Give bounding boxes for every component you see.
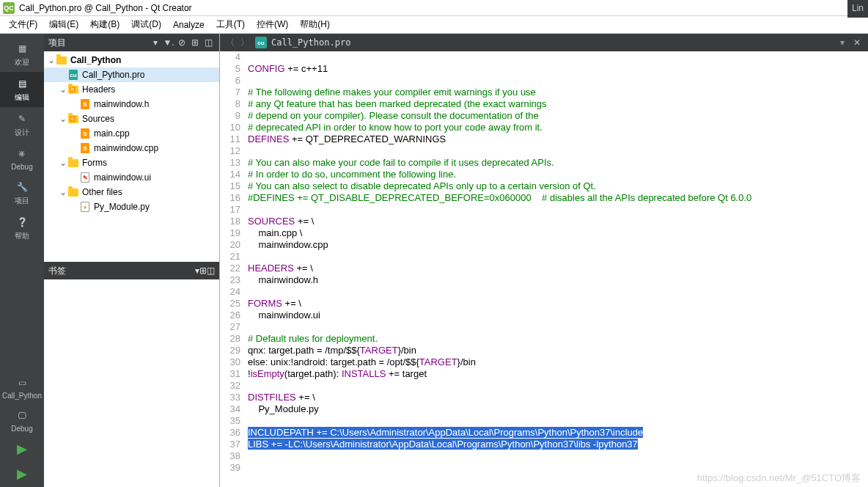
code-line[interactable]	[248, 204, 868, 216]
code-line[interactable]	[248, 251, 868, 263]
target-play-green[interactable]: ▶	[0, 437, 44, 462]
split-icon[interactable]: ◫	[207, 266, 215, 276]
link-icon[interactable]: ⊘	[175, 37, 188, 48]
tree-node[interactable]: ⌄Call_Python	[44, 53, 219, 67]
code-line[interactable]: # You can also make your code fail to co…	[248, 157, 868, 169]
menu-item[interactable]: 文件(F)	[3, 17, 43, 32]
bookmarks-body	[44, 279, 219, 487]
code-line[interactable]: # In order to do so, uncomment the follo…	[248, 169, 868, 180]
close-tab-icon[interactable]: ✕	[849, 37, 865, 48]
target-Debug[interactable]: 🖵Debug	[0, 404, 44, 437]
code-line[interactable]	[248, 380, 868, 392]
code-line[interactable]: !isEmpty(target.path): INSTALLS += targe…	[248, 368, 868, 380]
nav-fwd-icon[interactable]: 〉	[238, 37, 252, 49]
code-line[interactable]	[248, 321, 868, 333]
tree-label: Other files	[82, 187, 122, 197]
mode-Debug[interactable]: ⛯Debug	[0, 142, 44, 175]
code-line[interactable]: HEADERS += \	[248, 263, 868, 274]
tree-label: main.cpp	[94, 128, 130, 139]
mode-欢迎[interactable]: ▦欢迎	[0, 37, 44, 72]
tree-node[interactable]: ✎mainwindow.ui	[44, 170, 219, 185]
filter-icon[interactable]: ▼.	[162, 37, 175, 48]
code-line[interactable]	[248, 415, 868, 427]
code-line[interactable]: # The following define makes your compil…	[248, 87, 868, 98]
code-line[interactable]: # deprecated API in order to know how to…	[248, 122, 868, 133]
mode-帮助[interactable]: ❔帮助	[0, 210, 44, 246]
code-line[interactable]: DEFINES += QT_DEPRECATED_WARNINGS	[248, 133, 868, 145]
tree-label: mainwindow.ui	[94, 172, 151, 183]
code-line[interactable]	[248, 450, 868, 462]
code-line[interactable]	[248, 286, 868, 298]
add-icon[interactable]: ⊞	[188, 37, 202, 48]
code-line[interactable]: Py_Module.py	[248, 403, 868, 415]
tree-node[interactable]: ♦Py_Module.py	[44, 199, 219, 214]
tree-node[interactable]: ⌄cSources	[44, 111, 219, 126]
project-panel: 项目 ▾ ▼. ⊘ ⊞ ◫ ⌄Call_PythoncuCall_Python.…	[44, 34, 220, 487]
file-dropdown-icon[interactable]: ▾	[836, 37, 849, 48]
tree-node[interactable]: Smainwindow.cpp	[44, 141, 219, 155]
code-line[interactable]	[248, 75, 868, 87]
code-line[interactable]: INCLUDEPATH += C:\Users\Administrator\Ap…	[248, 427, 868, 439]
mode-项目[interactable]: 🔧项目	[0, 175, 44, 210]
mode-编辑[interactable]: ▤编辑	[0, 72, 44, 107]
code-line[interactable]	[248, 145, 868, 157]
code-line[interactable]: # depend on your compiler). Please consu…	[248, 110, 868, 122]
code-line[interactable]: CONFIG += c++11	[248, 63, 868, 75]
code-editor[interactable]: 4567891011121314151617181920212223242526…	[220, 51, 868, 487]
menu-item[interactable]: 工具(T)	[210, 17, 251, 32]
tree-label: Py_Module.py	[94, 202, 150, 212]
tree-label: mainwindow.cpp	[94, 143, 158, 153]
tree-label: Call_Python	[70, 55, 121, 65]
tree-twisty-icon[interactable]: ⌄	[59, 84, 67, 95]
menu-item[interactable]: 控件(W)	[251, 17, 294, 32]
tree-twisty-icon[interactable]: ⌄	[59, 158, 67, 168]
tree-node[interactable]: cuCall_Python.pro	[44, 67, 219, 82]
code-lines[interactable]: CONFIG += c++11# The following define ma…	[246, 51, 868, 487]
qt-creator-logo: QC	[3, 2, 15, 14]
add-icon[interactable]: ⊞	[199, 266, 207, 276]
code-line[interactable]	[248, 51, 868, 63]
menu-item[interactable]: 构建(B)	[84, 17, 125, 32]
code-line[interactable]: LIBS += -LC:\Users\Administrator\AppData…	[248, 439, 868, 450]
code-line[interactable]: FORMS += \	[248, 298, 868, 310]
split-icon[interactable]: ◫	[202, 37, 215, 48]
tree-node[interactable]: ⌄hHeaders	[44, 82, 219, 97]
menu-item[interactable]: 调试(D)	[125, 17, 167, 32]
project-tree[interactable]: ⌄Call_PythoncuCall_Python.pro⌄hHeadersSm…	[44, 51, 219, 262]
code-line[interactable]: mainwindow.ui	[248, 310, 868, 321]
tree-node[interactable]: ⌄Other files	[44, 185, 219, 199]
mode-设计[interactable]: ✎设计	[0, 107, 44, 142]
code-line[interactable]: # any Qt feature that has been marked de…	[248, 98, 868, 110]
code-line[interactable]: # Default rules for deployment.	[248, 333, 868, 345]
line-gutter: 4567891011121314151617181920212223242526…	[220, 51, 246, 487]
editor-area: 〈 〉 cu Call_Python.pro ▾ ✕ Lin 456789101…	[220, 34, 868, 487]
menu-item[interactable]: Analyze	[167, 18, 210, 32]
code-line[interactable]: main.cpp \	[248, 227, 868, 239]
tree-node[interactable]: Smain.cpp	[44, 126, 219, 141]
menu-item[interactable]: 帮助(H)	[294, 17, 336, 32]
mode-ribbon: ▦欢迎▤编辑✎设计⛯Debug🔧项目❔帮助▭Call_Python🖵Debug▶…	[0, 34, 44, 487]
bookmarks-header: 书签 ▾ ⊞ ◫	[44, 262, 219, 279]
code-line[interactable]: qnx: target.path = /tmp/$${TARGET}/bin	[248, 345, 868, 356]
code-line[interactable]: DISTFILES += \	[248, 392, 868, 403]
tree-node[interactable]: ⌄Forms	[44, 155, 219, 170]
target-Call_Python[interactable]: ▭Call_Python	[0, 371, 44, 404]
menu-item[interactable]: 编辑(E)	[43, 17, 84, 32]
dropdown-icon[interactable]: ▾	[149, 37, 162, 48]
editor-filename[interactable]: Call_Python.pro	[270, 37, 836, 48]
code-line[interactable]: SOURCES += \	[248, 216, 868, 227]
tree-twisty-icon[interactable]: ⌄	[59, 187, 67, 197]
mode-label: 帮助	[15, 231, 29, 241]
mode-label: 项目	[15, 196, 29, 206]
target-play-bug[interactable]: ▶	[0, 462, 44, 487]
main-area: ▦欢迎▤编辑✎设计⛯Debug🔧项目❔帮助▭Call_Python🖵Debug▶…	[0, 34, 868, 487]
code-line[interactable]: mainwindow.cpp	[248, 239, 868, 251]
tree-twisty-icon[interactable]: ⌄	[47, 55, 56, 65]
code-line[interactable]: # You can also select to disable depreca…	[248, 180, 868, 192]
tree-node[interactable]: Smainwindow.h	[44, 97, 219, 111]
code-line[interactable]: else: unix:!android: target.path = /opt/…	[248, 356, 868, 368]
nav-back-icon[interactable]: 〈	[223, 37, 238, 49]
code-line[interactable]: #DEFINES += QT_DISABLE_DEPRECATED_BEFORE…	[248, 192, 868, 204]
code-line[interactable]: mainwindow.h	[248, 274, 868, 286]
tree-twisty-icon[interactable]: ⌄	[59, 114, 67, 124]
